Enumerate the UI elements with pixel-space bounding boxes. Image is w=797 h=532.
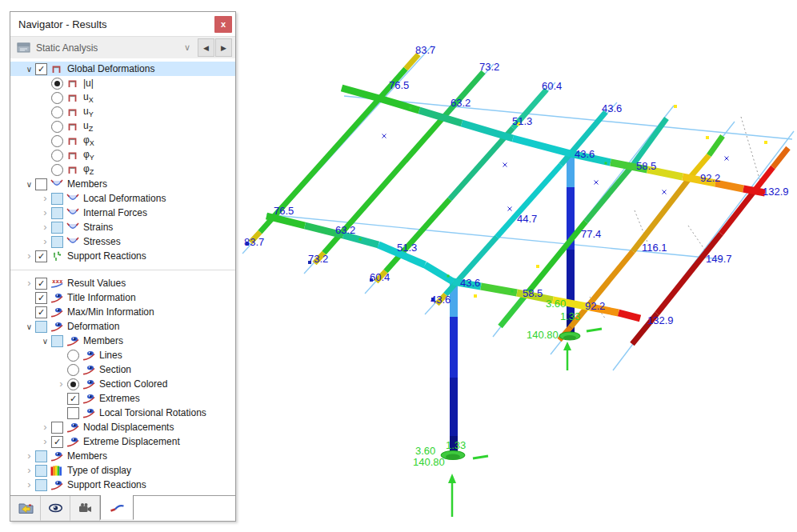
expander-closed-icon[interactable]: › xyxy=(23,279,35,287)
frame-icon xyxy=(66,78,80,90)
tree-item-support-reactions[interactable]: ›Support Reactions xyxy=(10,478,235,492)
tree-item-title-information[interactable]: ✓Title Information xyxy=(10,290,235,305)
checkbox-strains[interactable] xyxy=(51,222,63,234)
checkbox-members[interactable] xyxy=(35,450,47,462)
checkbox-nodal-displacements[interactable] xyxy=(51,422,63,434)
tree-item-extreme-displacement[interactable]: ›✓Extreme Displacement xyxy=(10,434,235,449)
radio-item[interactable] xyxy=(51,164,63,176)
tree-item-label: Global Deformations xyxy=(67,63,158,74)
checkbox-global-deformations[interactable]: ✓ xyxy=(35,63,47,75)
tree-item-result-values[interactable]: ›✓xxxResult Values xyxy=(10,276,235,290)
expander-closed-icon[interactable]: › xyxy=(23,481,35,489)
expander-closed-icon[interactable]: › xyxy=(39,223,51,231)
values-icon: xxx xyxy=(50,278,64,290)
tree-item-label: Nodal Displacements xyxy=(83,422,177,433)
checkbox-result-values[interactable]: ✓ xyxy=(35,278,47,290)
checkbox-type-of-display[interactable] xyxy=(35,465,47,477)
radio-u[interactable] xyxy=(51,121,63,133)
expander-closed-icon[interactable]: › xyxy=(23,252,35,260)
tree-item-section[interactable]: Section xyxy=(10,362,235,377)
tree-item-section-colored[interactable]: ›Section Colored xyxy=(10,377,235,391)
tree-item-lines[interactable]: Lines xyxy=(10,348,235,362)
checkbox-max-min-information[interactable]: ✓ xyxy=(35,306,47,318)
display-navigator-tab[interactable] xyxy=(41,496,70,521)
tree-item-item[interactable]: φY xyxy=(10,148,235,162)
views-navigator-tab[interactable] xyxy=(70,496,100,521)
tabbar-filler xyxy=(134,496,235,521)
tree-item-stresses[interactable]: ›Stresses xyxy=(10,234,235,249)
tree-item-item[interactable]: φX xyxy=(10,134,235,148)
tree-item-members[interactable]: ∨Members xyxy=(10,334,235,348)
checkbox-stresses[interactable] xyxy=(51,236,63,248)
tree-item-global-deformations[interactable]: ∨✓Global Deformations xyxy=(10,62,235,76)
tree-item-type-of-display[interactable]: ›Type of display xyxy=(10,463,235,478)
results-navigator-tab[interactable] xyxy=(100,495,134,520)
tree-item-label: Section xyxy=(99,364,134,375)
tree-item-u[interactable]: uX xyxy=(10,90,235,105)
curve-icon xyxy=(66,236,80,248)
tree-item-u[interactable]: |u| xyxy=(10,76,235,90)
tree-item-u[interactable]: uY xyxy=(10,105,235,119)
expander-closed-icon[interactable]: › xyxy=(23,452,35,460)
tree-item-item[interactable]: φZ xyxy=(10,162,235,177)
radio-section-colored[interactable] xyxy=(67,378,79,390)
radio-u[interactable] xyxy=(51,106,63,118)
analysis-selector[interactable]: Static Analysis ∨ ◀ ▶ xyxy=(10,37,235,59)
checkbox-local-torsional-rotations[interactable] xyxy=(67,407,79,419)
tree-item-support-reactions[interactable]: ›✓Support Reactions xyxy=(10,249,235,263)
tree-item-label: φX xyxy=(83,134,98,147)
prev-analysis-button[interactable]: ◀ xyxy=(198,38,214,57)
rescurve-icon xyxy=(110,501,125,514)
expander-closed-icon[interactable]: › xyxy=(39,238,51,246)
expander-closed-icon[interactable]: › xyxy=(39,438,51,446)
rainbow-icon xyxy=(50,465,64,477)
tree-item-internal-forces[interactable]: ›Internal Forces xyxy=(10,206,235,220)
next-analysis-button[interactable]: ▶ xyxy=(215,38,232,57)
curve-icon xyxy=(50,178,64,190)
expander-closed-icon[interactable]: › xyxy=(39,423,51,431)
radio-section[interactable] xyxy=(67,364,79,376)
chevron-down-icon[interactable]: ∨ xyxy=(184,42,190,53)
checkbox-title-information[interactable]: ✓ xyxy=(35,292,47,304)
radio-item[interactable] xyxy=(51,135,63,147)
tree-item-extremes[interactable]: ✓Extremes xyxy=(10,391,235,406)
checkbox-local-deformations[interactable] xyxy=(51,193,63,205)
checkbox-members[interactable] xyxy=(51,335,63,347)
tree-item-members[interactable]: ›Members xyxy=(10,449,235,463)
radio-u[interactable] xyxy=(51,92,63,104)
checkbox-support-reactions[interactable] xyxy=(35,479,47,491)
close-button[interactable]: x xyxy=(214,16,232,33)
tree-item-label: Support Reactions xyxy=(67,250,150,262)
checkbox-members[interactable] xyxy=(35,178,47,190)
expander-open-icon[interactable]: ∨ xyxy=(23,322,35,331)
radio-u[interactable] xyxy=(51,78,63,90)
expander-open-icon[interactable]: ∨ xyxy=(39,337,51,346)
expander-open-icon[interactable]: ∨ xyxy=(23,180,35,189)
tree-item-local-torsional-rotations[interactable]: Local Torsional Rotations xyxy=(10,406,235,420)
tree-item-deformation[interactable]: ∨Deformation xyxy=(10,319,235,334)
expander-closed-icon[interactable]: › xyxy=(55,380,67,388)
expander-closed-icon[interactable]: › xyxy=(39,209,51,217)
tree-item-label: Members xyxy=(83,335,126,346)
expander-closed-icon[interactable]: › xyxy=(23,466,35,474)
checkbox-extreme-displacement[interactable]: ✓ xyxy=(51,436,63,448)
tree-item-members[interactable]: ∨Members xyxy=(10,177,235,191)
tree-item-local-deformations[interactable]: ›Local Deformations xyxy=(10,191,235,206)
eyecurve-icon xyxy=(66,422,80,434)
wireframe-lines xyxy=(242,46,794,370)
expander-open-icon[interactable]: ∨ xyxy=(23,65,35,74)
tree-item-nodal-displacements[interactable]: ›Nodal Displacements xyxy=(10,420,235,434)
expander-closed-icon[interactable]: › xyxy=(39,194,51,202)
radio-item[interactable] xyxy=(51,150,63,162)
tree-item-strains[interactable]: ›Strains xyxy=(10,220,235,234)
radio-lines[interactable] xyxy=(67,350,79,362)
data-navigator-tab[interactable] xyxy=(10,496,41,521)
tree-item-u[interactable]: uZ xyxy=(10,119,235,134)
checkbox-extremes[interactable]: ✓ xyxy=(67,393,79,405)
eyecurve-icon xyxy=(82,393,96,405)
checkbox-support-reactions[interactable]: ✓ xyxy=(35,250,47,262)
tree-item-max-min-information[interactable]: ✓Max/Min Information xyxy=(10,305,235,319)
checkbox-internal-forces[interactable] xyxy=(51,207,63,219)
section-divider xyxy=(10,270,235,270)
checkbox-deformation[interactable] xyxy=(35,321,47,333)
